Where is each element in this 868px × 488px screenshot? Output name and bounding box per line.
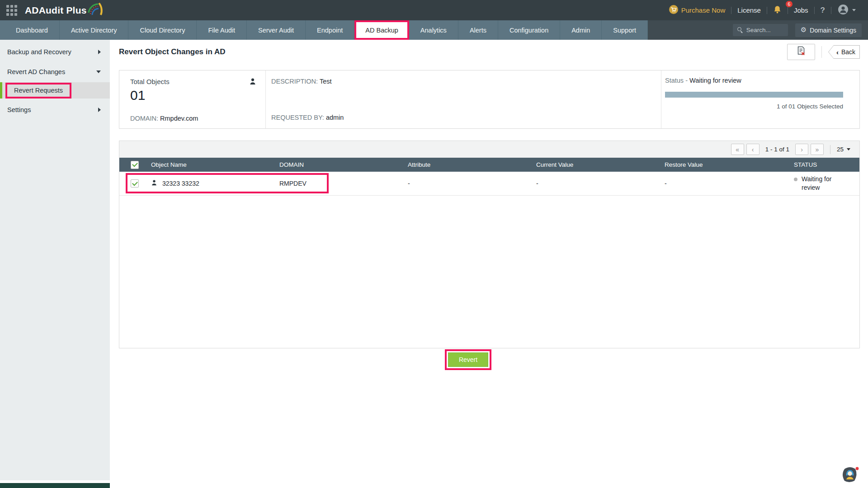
tab-cloud-directory[interactable]: Cloud Directory [128, 20, 197, 40]
table-header-row: Object Name DOMAIN Attribute Current Val… [119, 158, 859, 172]
search-input[interactable] [746, 27, 783, 33]
nav-tabs: Dashboard Active Directory Cloud Directo… [0, 20, 648, 40]
column-status[interactable]: STATUS [786, 161, 859, 168]
cell-attribute: - [401, 180, 529, 187]
chevron-right-icon [98, 50, 101, 54]
status-value: Waiting for review [689, 77, 741, 84]
back-button-label: Back [841, 48, 855, 56]
tab-alerts[interactable]: Alerts [458, 20, 498, 40]
chevron-down-icon [847, 148, 850, 150]
highlight-box: Revert Requests [5, 83, 71, 99]
status-badge: Waiting for review [802, 175, 840, 192]
description-label: DESCRIPTION: [271, 78, 318, 85]
cell-domain: RMPDEV [273, 180, 401, 187]
sidebar-bottom-strip [0, 483, 110, 488]
jobs-label: Jobs [794, 6, 808, 14]
highlight-box: Revert [445, 349, 491, 370]
description-section: DESCRIPTION: Test REQUESTED BY: admin [266, 70, 661, 128]
sidebar-item-revert-requests-selected[interactable]: Revert Requests [0, 82, 110, 99]
last-page-button[interactable]: » [811, 144, 824, 155]
sidebar-item-revert-ad-changes[interactable]: Revert AD Changes [0, 65, 110, 79]
page-header-actions: ‹ Back [787, 44, 860, 60]
sidebar-item-settings[interactable]: Settings [0, 103, 110, 117]
cell-restore-value: - [658, 180, 786, 187]
revert-action-area: Revert [89, 349, 847, 370]
logo-swoosh-icon [86, 2, 103, 19]
total-objects-value: 01 [130, 88, 256, 103]
tab-configuration[interactable]: Configuration [498, 20, 560, 40]
chat-agent-icon [843, 467, 859, 482]
purchase-now-link[interactable]: Purchase Now [663, 5, 731, 16]
notifications-button[interactable]: 6 [767, 5, 788, 15]
cart-icon [669, 5, 679, 16]
jobs-link[interactable]: Jobs [788, 6, 814, 14]
page-title: Revert Object Changes in AD [119, 47, 226, 56]
first-page-button[interactable]: « [731, 144, 744, 155]
support-chat-button[interactable] [840, 465, 860, 485]
main-content: Revert Object Changes in AD ‹ [110, 40, 868, 488]
tab-analytics[interactable]: Analytics [409, 20, 458, 40]
search-icon [737, 27, 743, 33]
objects-table-panel: « ‹ 1 - 1 of 1 › » 25 Object Name DOMAIN… [119, 141, 860, 348]
tab-support[interactable]: Support [602, 20, 648, 40]
cell-object-name: 32323 33232 [162, 180, 199, 187]
back-button[interactable]: ‹ Back [828, 45, 860, 59]
user-object-icon [249, 78, 256, 87]
license-link[interactable]: License [731, 6, 767, 14]
next-page-button[interactable]: › [795, 144, 808, 155]
revert-button[interactable]: Revert [448, 352, 488, 367]
requested-by-label: REQUESTED BY: [271, 114, 324, 121]
app-logo[interactable]: ADAudit Plus [25, 0, 103, 20]
global-search[interactable] [733, 24, 788, 36]
tab-ad-backup-active[interactable]: AD Backup [354, 20, 409, 40]
license-label: License [737, 6, 761, 14]
tab-endpoint[interactable]: Endpoint [306, 20, 354, 40]
app-title: ADAudit Plus [25, 0, 87, 20]
apps-grid-icon[interactable] [6, 5, 17, 16]
cell-status: Waiting for review [786, 175, 859, 192]
pagination-separator [830, 145, 830, 154]
status-progress-bar [665, 92, 843, 98]
domain-settings-label: Domain Settings [810, 27, 856, 34]
page-header: Revert Object Changes in AD ‹ [110, 40, 868, 64]
table-row[interactable]: 32323 33232 RMPDEV - - - Waiting for rev… [119, 172, 859, 196]
selection-summary: 1 of 01 Objects Selected [665, 103, 843, 110]
main-navigation: Dashboard Active Directory Cloud Directo… [0, 20, 868, 40]
tab-active-directory[interactable]: Active Directory [60, 20, 129, 40]
cell-current-value: - [529, 180, 658, 187]
topbar-actions: Purchase Now License 6 Jobs ? [663, 4, 862, 17]
domain-settings-button[interactable]: ⚙ Domain Settings [795, 23, 862, 37]
column-domain[interactable]: DOMAIN [273, 161, 401, 168]
user-avatar-icon [837, 4, 849, 17]
page-range-text: 1 - 1 of 1 [765, 146, 789, 153]
page-size-dropdown[interactable]: 25 [837, 146, 850, 153]
domain-value: Rmpdev.com [160, 115, 198, 122]
sidebar-item-backup-and-recovery[interactable]: Backup and Recovery [0, 45, 110, 59]
tab-dashboard[interactable]: Dashboard [5, 20, 60, 40]
delete-request-button[interactable] [787, 44, 815, 60]
tab-file-audit[interactable]: File Audit [197, 20, 247, 40]
top-header: ADAudit Plus Purchase Now [0, 0, 868, 20]
previous-page-button[interactable]: ‹ [746, 144, 760, 155]
chevron-down-icon [96, 70, 101, 73]
total-objects-section: Total Objects 01 DOMAIN: Rmpdev.com [119, 70, 266, 128]
status-dot-icon [794, 178, 797, 181]
user-object-icon [151, 179, 157, 188]
document-delete-icon [796, 46, 806, 58]
tab-admin[interactable]: Admin [560, 20, 602, 40]
column-current-value[interactable]: Current Value [529, 161, 658, 168]
tab-server-audit[interactable]: Server Audit [247, 20, 306, 40]
purchase-now-label: Purchase Now [681, 6, 726, 14]
help-button[interactable]: ? [815, 6, 831, 15]
column-object-name[interactable]: Object Name [144, 161, 273, 168]
select-all-checkbox[interactable] [131, 161, 139, 169]
row-checkbox[interactable] [131, 179, 139, 188]
notification-count-badge: 6 [786, 1, 793, 7]
requested-by-value: admin [326, 114, 344, 121]
user-menu[interactable] [831, 4, 862, 17]
column-attribute[interactable]: Attribute [401, 161, 529, 168]
total-objects-label: Total Objects [130, 78, 170, 85]
chevron-left-icon: ‹ [836, 48, 839, 56]
column-restore-value[interactable]: Restore Value [658, 161, 786, 168]
gear-icon: ⚙ [801, 27, 807, 33]
